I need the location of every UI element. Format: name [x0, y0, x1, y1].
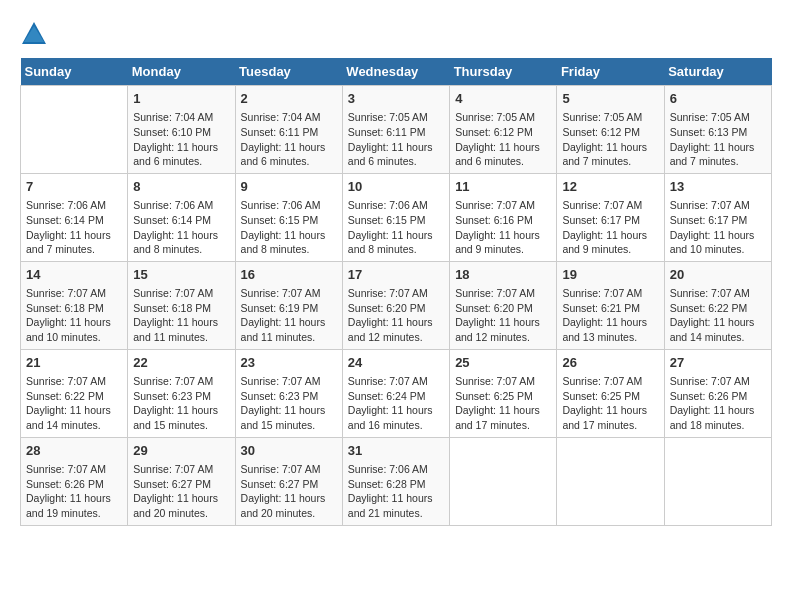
day-info: Sunrise: 7:06 AM Sunset: 6:14 PM Dayligh…	[26, 198, 122, 257]
calendar-cell: 10Sunrise: 7:06 AM Sunset: 6:15 PM Dayli…	[342, 173, 449, 261]
calendar-cell: 20Sunrise: 7:07 AM Sunset: 6:22 PM Dayli…	[664, 261, 771, 349]
day-number: 31	[348, 442, 444, 460]
calendar-cell: 18Sunrise: 7:07 AM Sunset: 6:20 PM Dayli…	[450, 261, 557, 349]
calendar-table: SundayMondayTuesdayWednesdayThursdayFrid…	[20, 58, 772, 526]
day-info: Sunrise: 7:07 AM Sunset: 6:19 PM Dayligh…	[241, 286, 337, 345]
day-header-wednesday: Wednesday	[342, 58, 449, 86]
day-info: Sunrise: 7:07 AM Sunset: 6:27 PM Dayligh…	[241, 462, 337, 521]
day-info: Sunrise: 7:07 AM Sunset: 6:20 PM Dayligh…	[455, 286, 551, 345]
day-info: Sunrise: 7:07 AM Sunset: 6:23 PM Dayligh…	[241, 374, 337, 433]
day-info: Sunrise: 7:07 AM Sunset: 6:22 PM Dayligh…	[670, 286, 766, 345]
calendar-cell: 4Sunrise: 7:05 AM Sunset: 6:12 PM Daylig…	[450, 86, 557, 174]
day-number: 30	[241, 442, 337, 460]
day-info: Sunrise: 7:07 AM Sunset: 6:18 PM Dayligh…	[26, 286, 122, 345]
day-number: 23	[241, 354, 337, 372]
calendar-cell: 22Sunrise: 7:07 AM Sunset: 6:23 PM Dayli…	[128, 349, 235, 437]
day-number: 10	[348, 178, 444, 196]
calendar-cell: 16Sunrise: 7:07 AM Sunset: 6:19 PM Dayli…	[235, 261, 342, 349]
day-number: 18	[455, 266, 551, 284]
calendar-cell: 8Sunrise: 7:06 AM Sunset: 6:14 PM Daylig…	[128, 173, 235, 261]
day-number: 22	[133, 354, 229, 372]
day-number: 26	[562, 354, 658, 372]
day-header-monday: Monday	[128, 58, 235, 86]
day-number: 2	[241, 90, 337, 108]
calendar-cell: 12Sunrise: 7:07 AM Sunset: 6:17 PM Dayli…	[557, 173, 664, 261]
calendar-cell: 21Sunrise: 7:07 AM Sunset: 6:22 PM Dayli…	[21, 349, 128, 437]
calendar-cell: 7Sunrise: 7:06 AM Sunset: 6:14 PM Daylig…	[21, 173, 128, 261]
day-number: 19	[562, 266, 658, 284]
calendar-cell: 24Sunrise: 7:07 AM Sunset: 6:24 PM Dayli…	[342, 349, 449, 437]
day-info: Sunrise: 7:05 AM Sunset: 6:11 PM Dayligh…	[348, 110, 444, 169]
day-info: Sunrise: 7:05 AM Sunset: 6:12 PM Dayligh…	[455, 110, 551, 169]
day-header-friday: Friday	[557, 58, 664, 86]
calendar-week-row: 7Sunrise: 7:06 AM Sunset: 6:14 PM Daylig…	[21, 173, 772, 261]
calendar-week-row: 28Sunrise: 7:07 AM Sunset: 6:26 PM Dayli…	[21, 437, 772, 525]
page-header	[20, 20, 772, 48]
day-number: 14	[26, 266, 122, 284]
day-number: 25	[455, 354, 551, 372]
calendar-cell: 14Sunrise: 7:07 AM Sunset: 6:18 PM Dayli…	[21, 261, 128, 349]
calendar-cell: 29Sunrise: 7:07 AM Sunset: 6:27 PM Dayli…	[128, 437, 235, 525]
day-info: Sunrise: 7:06 AM Sunset: 6:15 PM Dayligh…	[241, 198, 337, 257]
calendar-cell: 2Sunrise: 7:04 AM Sunset: 6:11 PM Daylig…	[235, 86, 342, 174]
calendar-cell: 30Sunrise: 7:07 AM Sunset: 6:27 PM Dayli…	[235, 437, 342, 525]
day-number: 9	[241, 178, 337, 196]
calendar-cell	[450, 437, 557, 525]
day-info: Sunrise: 7:07 AM Sunset: 6:18 PM Dayligh…	[133, 286, 229, 345]
calendar-cell: 26Sunrise: 7:07 AM Sunset: 6:25 PM Dayli…	[557, 349, 664, 437]
day-info: Sunrise: 7:06 AM Sunset: 6:28 PM Dayligh…	[348, 462, 444, 521]
day-info: Sunrise: 7:07 AM Sunset: 6:25 PM Dayligh…	[562, 374, 658, 433]
calendar-header-row: SundayMondayTuesdayWednesdayThursdayFrid…	[21, 58, 772, 86]
calendar-cell: 23Sunrise: 7:07 AM Sunset: 6:23 PM Dayli…	[235, 349, 342, 437]
day-number: 8	[133, 178, 229, 196]
calendar-week-row: 21Sunrise: 7:07 AM Sunset: 6:22 PM Dayli…	[21, 349, 772, 437]
day-info: Sunrise: 7:06 AM Sunset: 6:15 PM Dayligh…	[348, 198, 444, 257]
day-number: 16	[241, 266, 337, 284]
calendar-cell: 31Sunrise: 7:06 AM Sunset: 6:28 PM Dayli…	[342, 437, 449, 525]
calendar-cell: 27Sunrise: 7:07 AM Sunset: 6:26 PM Dayli…	[664, 349, 771, 437]
day-number: 29	[133, 442, 229, 460]
day-info: Sunrise: 7:07 AM Sunset: 6:22 PM Dayligh…	[26, 374, 122, 433]
day-number: 15	[133, 266, 229, 284]
day-number: 28	[26, 442, 122, 460]
calendar-cell: 5Sunrise: 7:05 AM Sunset: 6:12 PM Daylig…	[557, 86, 664, 174]
day-number: 3	[348, 90, 444, 108]
day-info: Sunrise: 7:04 AM Sunset: 6:10 PM Dayligh…	[133, 110, 229, 169]
calendar-cell: 3Sunrise: 7:05 AM Sunset: 6:11 PM Daylig…	[342, 86, 449, 174]
day-info: Sunrise: 7:07 AM Sunset: 6:26 PM Dayligh…	[670, 374, 766, 433]
calendar-cell: 28Sunrise: 7:07 AM Sunset: 6:26 PM Dayli…	[21, 437, 128, 525]
day-number: 4	[455, 90, 551, 108]
calendar-cell	[664, 437, 771, 525]
day-info: Sunrise: 7:07 AM Sunset: 6:21 PM Dayligh…	[562, 286, 658, 345]
day-info: Sunrise: 7:07 AM Sunset: 6:23 PM Dayligh…	[133, 374, 229, 433]
calendar-cell: 9Sunrise: 7:06 AM Sunset: 6:15 PM Daylig…	[235, 173, 342, 261]
logo	[20, 20, 52, 48]
day-info: Sunrise: 7:07 AM Sunset: 6:16 PM Dayligh…	[455, 198, 551, 257]
day-number: 20	[670, 266, 766, 284]
day-header-thursday: Thursday	[450, 58, 557, 86]
day-info: Sunrise: 7:07 AM Sunset: 6:20 PM Dayligh…	[348, 286, 444, 345]
logo-icon	[20, 20, 48, 48]
calendar-cell: 6Sunrise: 7:05 AM Sunset: 6:13 PM Daylig…	[664, 86, 771, 174]
day-info: Sunrise: 7:07 AM Sunset: 6:25 PM Dayligh…	[455, 374, 551, 433]
calendar-cell: 19Sunrise: 7:07 AM Sunset: 6:21 PM Dayli…	[557, 261, 664, 349]
calendar-cell: 13Sunrise: 7:07 AM Sunset: 6:17 PM Dayli…	[664, 173, 771, 261]
day-number: 13	[670, 178, 766, 196]
day-number: 6	[670, 90, 766, 108]
day-info: Sunrise: 7:04 AM Sunset: 6:11 PM Dayligh…	[241, 110, 337, 169]
calendar-week-row: 1Sunrise: 7:04 AM Sunset: 6:10 PM Daylig…	[21, 86, 772, 174]
calendar-week-row: 14Sunrise: 7:07 AM Sunset: 6:18 PM Dayli…	[21, 261, 772, 349]
day-number: 27	[670, 354, 766, 372]
day-number: 11	[455, 178, 551, 196]
day-info: Sunrise: 7:07 AM Sunset: 6:26 PM Dayligh…	[26, 462, 122, 521]
day-number: 21	[26, 354, 122, 372]
day-info: Sunrise: 7:07 AM Sunset: 6:24 PM Dayligh…	[348, 374, 444, 433]
calendar-cell: 1Sunrise: 7:04 AM Sunset: 6:10 PM Daylig…	[128, 86, 235, 174]
day-number: 12	[562, 178, 658, 196]
calendar-cell: 15Sunrise: 7:07 AM Sunset: 6:18 PM Dayli…	[128, 261, 235, 349]
day-header-sunday: Sunday	[21, 58, 128, 86]
day-header-saturday: Saturday	[664, 58, 771, 86]
day-number: 24	[348, 354, 444, 372]
calendar-cell: 11Sunrise: 7:07 AM Sunset: 6:16 PM Dayli…	[450, 173, 557, 261]
day-info: Sunrise: 7:05 AM Sunset: 6:12 PM Dayligh…	[562, 110, 658, 169]
